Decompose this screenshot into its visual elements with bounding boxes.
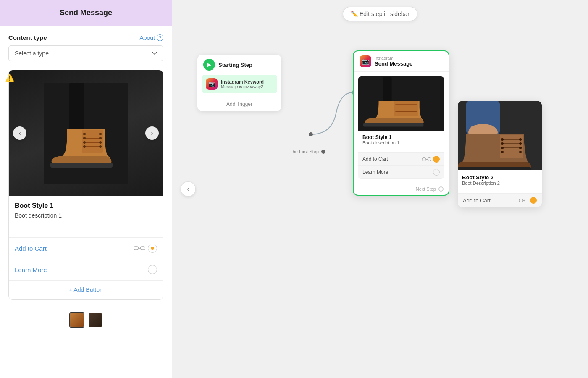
send-msg-title: Send Message [375,60,412,67]
sidebar-header: Send Message [0,0,172,26]
svg-rect-3 [50,163,113,168]
trigger-title: Instagram Keyword [221,79,264,84]
svg-point-53 [501,151,504,153]
boot-2-add-to-cart: Add to Cart [463,197,491,204]
first-step-text: The First Step [290,149,319,154]
svg-rect-31 [422,158,426,161]
send-msg-platform: Instagram [375,56,412,60]
sidebar-title: Send Message [60,8,112,17]
sidebar: Send Message Content type About ? Select… [0,0,172,378]
add-button-row[interactable]: + Add Button [9,281,163,299]
trigger-text: Instagram Keyword Message is giveaway2 [221,79,264,89]
next-step-dot [438,186,444,192]
send-msg-instagram-icon: 📷 [360,55,371,67]
boot-2-title: Boot Style 2 [462,174,538,181]
svg-rect-2 [86,83,101,131]
svg-point-47 [501,138,504,141]
boot-2-image [458,101,542,170]
node-learn-more: Learn More [362,169,388,175]
node-add-to-cart-row: Add to Cart [358,152,444,165]
next-step-row: Next Step [354,183,449,195]
boot2-circle [530,197,537,204]
boot2-link-icon [519,198,528,203]
svg-point-13 [83,141,86,144]
svg-point-14 [99,141,102,144]
node-learn-more-row: Learn More [358,165,444,178]
node-card-buttons: Add to Cart Learn More [358,152,444,178]
svg-rect-25 [394,77,402,101]
node-card-title: Boot Style 1 [362,134,440,140]
thumbnail-1[interactable] [69,312,84,328]
card-title-1: Boot Style 1 [15,202,157,210]
first-step-label: The First Step [290,149,326,154]
svg-point-9 [83,133,86,135]
svg-rect-27 [394,101,417,116]
add-to-cart-icons [134,244,157,253]
first-step-dot [321,150,326,154]
svg-point-15 [83,145,86,148]
svg-point-16 [99,145,102,148]
svg-rect-32 [428,158,431,161]
edit-step-button[interactable]: ✏️ Edit step in sidebar [343,7,417,21]
product-card-1: ‹ › Boot Style 1 Boot description 1 Add … [8,70,163,300]
add-button-label: + Add Button [69,286,103,293]
learn-more-row: Learn More [9,259,163,281]
svg-rect-55 [519,199,523,202]
card-prev-button[interactable]: ‹ [13,126,26,140]
svg-rect-17 [134,247,139,250]
warning-icon: ⚠️ [5,73,14,82]
node-btn-icons-1 [422,156,440,163]
node-card-body: Boot Style 1 Boot description 1 [358,131,444,152]
svg-point-52 [519,147,522,149]
svg-point-51 [501,147,504,149]
send-message-title-area: Instagram Send Message [375,56,412,67]
svg-rect-56 [525,199,528,202]
add-trigger-label: Add Trigger [226,101,252,107]
trigger-item: 📷 Instagram Keyword Message is giveaway2 [202,75,277,93]
content-type-row: Content type About ? [8,34,163,41]
boot-image-placeholder [9,70,163,196]
instagram-icon: 📷 [206,78,218,90]
card-thumbnails [8,307,163,333]
warning-card-area: ⚠️ [8,70,163,300]
svg-point-54 [519,151,522,153]
learn-more-circle[interactable] [148,265,157,274]
svg-rect-26 [363,123,424,127]
card-next-button[interactable]: › [145,126,159,140]
svg-point-48 [519,138,522,141]
svg-point-49 [501,142,504,145]
node-circle-1 [433,156,440,163]
svg-point-11 [83,137,86,139]
svg-rect-1 [69,83,84,133]
canvas-nav-arrow[interactable]: ‹ [181,181,196,197]
node-card-image [358,76,444,131]
boot-2-desc: Boot Description 2 [462,181,538,186]
node-add-to-cart: Add to Cart [362,156,388,162]
add-trigger-row[interactable]: Add Trigger [197,97,281,111]
svg-rect-24 [383,77,391,102]
edit-step-icon: ✏️ [351,10,358,17]
content-type-label: Content type [8,34,47,41]
card-body-1: Boot Style 1 Boot description 1 [9,196,163,237]
learn-more-icons [148,265,157,274]
card-image-1: ‹ › [9,70,163,196]
thumbnail-2[interactable] [88,312,103,328]
svg-point-12 [99,137,102,139]
svg-point-50 [519,142,522,145]
boot-2-body: Boot Style 2 Boot Description 2 [458,170,542,193]
boot-2-add-to-cart-row: Add to Cart [458,193,542,207]
card-buttons: Add to Cart [9,237,163,299]
node-circle-2 [433,169,440,176]
canvas: ✏️ Edit step in sidebar ‹ ▶ Starting Ste… [172,0,588,378]
add-to-cart-row: Add to Cart [9,238,163,259]
sidebar-body: Content type About ? Select a type ⚠️ [0,26,172,378]
svg-point-10 [99,133,102,135]
boot-style-2-card: Boot Style 2 Boot Description 2 Add to C… [458,101,542,207]
add-to-cart-circle[interactable] [148,244,157,253]
boot2-btn-icons [519,197,537,204]
about-link[interactable]: About ? [139,34,163,41]
next-step-label: Next Step [416,186,436,192]
starting-step-header: ▶ Starting Step [197,55,281,75]
help-icon: ? [157,34,163,41]
content-type-select[interactable]: Select a type [8,45,163,61]
